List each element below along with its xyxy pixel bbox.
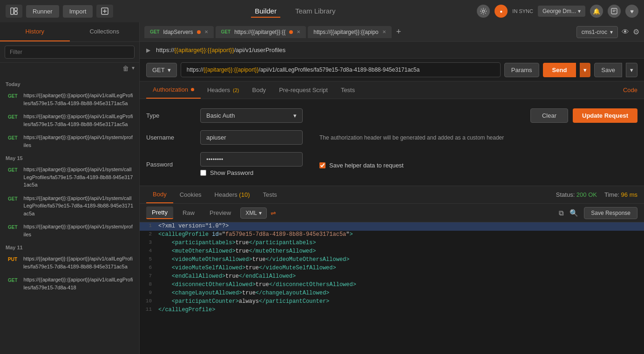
method-badge: GET xyxy=(6,93,20,100)
method-badge: PUT xyxy=(6,256,20,263)
tab-authorization[interactable]: Authorization xyxy=(146,81,201,99)
list-item[interactable]: GET https://{{apitarget}}:{{apiport}}/ap… xyxy=(0,131,139,152)
new-tab-button[interactable] xyxy=(96,5,113,18)
list-item[interactable]: PUT https://{{apitarget}}:{{apiport}}/ap… xyxy=(0,252,139,273)
top-navigation: Runner Import Builder Team Library ● IN … xyxy=(0,0,644,22)
type-select[interactable]: Basic Auth ▾ xyxy=(200,108,303,123)
show-password-checkbox[interactable] xyxy=(200,170,206,176)
password-input[interactable] xyxy=(200,152,303,167)
eye-icon[interactable]: 👁 xyxy=(622,28,629,36)
method-select[interactable]: GET ▾ xyxy=(146,63,177,77)
code-link[interactable]: Code xyxy=(623,87,637,94)
main-layout: History Collections 🗑 ▾ Today GET https:… xyxy=(0,22,644,354)
update-request-button[interactable]: Update Request xyxy=(573,108,637,123)
send-button[interactable]: Send xyxy=(543,63,576,77)
close-tab-icon[interactable]: ✕ xyxy=(297,29,300,34)
breadcrumb-bar: ▶ https://{{apitarget}}:{{apiport}}/api/… xyxy=(140,42,644,59)
username-row: Username The authorization header will b… xyxy=(146,130,637,145)
username-input[interactable] xyxy=(200,130,303,145)
import-button[interactable]: Import xyxy=(63,5,93,18)
filter-input[interactable] xyxy=(5,46,135,59)
request-tab-3[interactable]: https://{{apitarget}}:{{apipo ✕ xyxy=(308,26,391,38)
list-item[interactable]: GET https://{{apitarget}}:{{apiport}}/ap… xyxy=(0,89,139,110)
item-url: https://{{apitarget}}:{{apiport}}/api/v1… xyxy=(23,255,134,270)
list-item[interactable]: GET https://{{apitarget}}:{{apiport}}/ap… xyxy=(0,110,139,131)
params-button[interactable]: Params xyxy=(504,63,539,77)
env-select-area: cms1-croc ▾ 👁 ⚙ xyxy=(576,26,639,38)
clear-button[interactable]: Clear xyxy=(530,108,568,123)
code-line: 9 <changeLayoutAllowed>true</changeLayou… xyxy=(140,289,644,298)
request-tab-2[interactable]: GET https://{{apitarget}}:{{ ✕ xyxy=(216,26,306,38)
close-tab-icon[interactable]: ✕ xyxy=(382,29,386,34)
copy-icon[interactable]: ⧉ xyxy=(559,209,564,217)
list-item[interactable]: GET https://{{apitarget}}:{{apiport}}/ap… xyxy=(0,163,139,192)
resp-tab-body[interactable]: Body xyxy=(146,186,173,203)
user-menu[interactable]: George Dm... ▾ xyxy=(538,6,585,17)
save-response-button[interactable]: Save Response xyxy=(584,207,637,219)
code-viewer: 1 <?xml version="1.0"?> 2 <callLegProfil… xyxy=(140,222,644,354)
sync-dot: ● xyxy=(495,5,508,18)
save-helper-checkbox[interactable] xyxy=(319,162,325,168)
username-label: Username xyxy=(146,134,193,141)
send-dropdown-button[interactable]: ▾ xyxy=(580,63,590,77)
tab-pre-request[interactable]: Pre-request Script xyxy=(272,82,334,98)
svg-point-6 xyxy=(482,10,485,13)
heart-icon[interactable]: ♥ xyxy=(625,5,638,18)
code-line: 11 </callLegProfile> xyxy=(140,306,644,314)
collections-tab[interactable]: Collections xyxy=(70,22,140,41)
resp-tab-tests[interactable]: Tests xyxy=(256,187,283,203)
format-preview[interactable]: Preview xyxy=(204,207,237,219)
sort-icon[interactable]: ▾ xyxy=(132,65,135,72)
code-line: 5 <videoMuteOthersAllowed>true</videoMut… xyxy=(140,256,644,264)
breadcrumb-arrow: ▶ xyxy=(146,47,150,53)
format-raw[interactable]: Raw xyxy=(177,207,200,219)
response-right-icons: ⧉ 🔍 Save Response xyxy=(559,207,637,219)
help-icon[interactable] xyxy=(608,5,621,18)
code-line: 10 <participantCounter>always</participa… xyxy=(140,298,644,306)
save-button[interactable]: Save xyxy=(594,63,622,77)
notifications-icon[interactable]: 🔔 xyxy=(590,5,603,18)
method-badge: GET xyxy=(6,167,20,174)
item-url: https://{{apitarget}}:{{apiport}}/api/v1… xyxy=(24,113,134,128)
add-tab-button[interactable]: + xyxy=(393,27,404,37)
save-dropdown-button[interactable]: ▾ xyxy=(626,63,637,77)
team-library-tab[interactable]: Team Library xyxy=(291,5,339,18)
item-url: https://{{apitarget}}:{{apiport}}/api/v1… xyxy=(24,166,134,189)
resp-tab-headers[interactable]: Headers (10) xyxy=(208,187,257,203)
format-pretty[interactable]: Pretty xyxy=(146,207,173,219)
xml-select[interactable]: XML ▾ xyxy=(240,207,267,219)
url-input[interactable]: https://{{apitarget}}:{{apiport}}/api/v1… xyxy=(181,62,501,77)
code-line: 7 <endCallAllowed>true</endCallAllowed> xyxy=(140,273,644,281)
builder-tab[interactable]: Builder xyxy=(251,5,280,18)
save-helper-label: Save helper data to request xyxy=(329,162,404,169)
auth-content: Type Basic Auth ▾ Clear Update Request U… xyxy=(140,99,644,186)
tab-body[interactable]: Body xyxy=(245,82,272,98)
search-icon[interactable]: 🔍 xyxy=(569,209,578,217)
response-toolbar: Pretty Raw Preview XML ▾ ⇌ ⧉ 🔍 Save Resp… xyxy=(140,204,644,222)
layout-icon-button[interactable] xyxy=(6,5,22,18)
tab-tests[interactable]: Tests xyxy=(334,82,361,98)
item-url: https://{{apitarget}}:{{apiport}}/api/v1… xyxy=(24,134,134,149)
code-line: 8 <disconnectOthersAllowed>true</disconn… xyxy=(140,281,644,289)
env-dropdown[interactable]: cms1-croc ▾ xyxy=(576,26,618,38)
list-item[interactable]: GET https://{{apitarget}}:{{apiport}}/ap… xyxy=(0,192,139,220)
trash-icon[interactable]: 🗑 xyxy=(122,65,129,72)
history-tab[interactable]: History xyxy=(0,22,70,41)
method-badge: GET xyxy=(6,224,20,231)
auth-action-buttons: Clear Update Request xyxy=(478,108,638,123)
auth-tabs-bar: Authorization Headers (2) Body Pre-reque… xyxy=(140,81,644,99)
type-label: Type xyxy=(146,112,193,119)
close-tab-icon[interactable]: ✕ xyxy=(204,29,208,34)
settings-icon[interactable] xyxy=(477,5,490,18)
item-url: https://{{apitarget}}:{{apiport}}/api/v1… xyxy=(24,92,134,107)
list-item[interactable]: GET https://{{apitarget}}:{{apiport}}/ap… xyxy=(0,220,139,241)
resp-tab-cookies[interactable]: Cookies xyxy=(173,187,208,203)
sidebar-tabs: History Collections xyxy=(0,22,139,42)
wrap-icon[interactable]: ⇌ xyxy=(271,209,276,217)
save-helper-row: Save helper data to request xyxy=(310,160,404,169)
tab-headers[interactable]: Headers (2) xyxy=(201,82,246,98)
settings-env-icon[interactable]: ⚙ xyxy=(633,27,639,36)
request-tab-ldap[interactable]: GET ldapServers ✕ xyxy=(144,26,214,38)
runner-button[interactable]: Runner xyxy=(26,5,59,18)
list-item[interactable]: GET https://{{apitarget}}:{{apiport}}/ap… xyxy=(0,273,139,294)
